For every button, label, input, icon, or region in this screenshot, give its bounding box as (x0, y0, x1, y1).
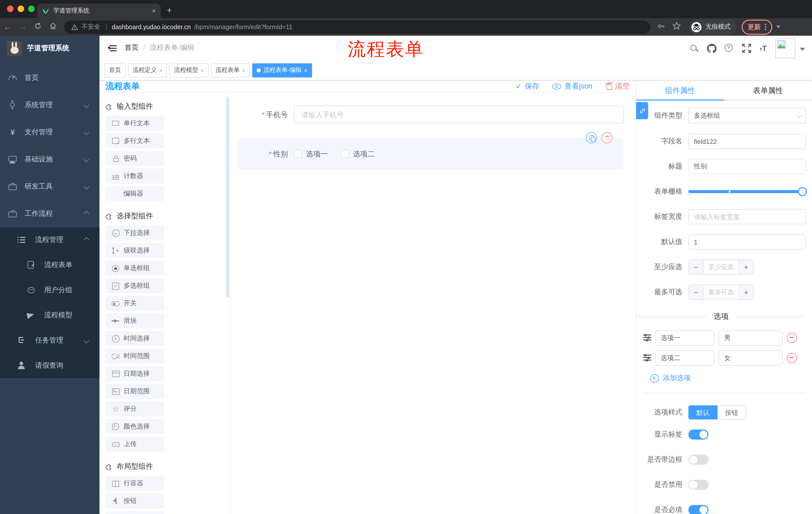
field-name-input[interactable] (688, 134, 806, 149)
mac-zoom-button[interactable] (28, 5, 35, 12)
border-toggle[interactable] (688, 455, 708, 465)
palette-item-rate[interactable]: ☆评分 (106, 401, 164, 416)
sidebar-item-system[interactable]: 系统管理 (0, 91, 99, 119)
view-json-button[interactable]: 查看json (552, 81, 592, 91)
delete-component-button[interactable] (602, 132, 612, 143)
clear-button[interactable]: 清空 (606, 81, 630, 91)
canvas-field-gender-selected[interactable]: *性别 选项一 选项二 (238, 138, 624, 170)
palette-scrollbar[interactable] (226, 97, 229, 298)
palette-item-time-picker[interactable]: 时间选择 (106, 331, 164, 346)
phone-input[interactable] (294, 106, 624, 124)
remove-option-button[interactable] (787, 333, 797, 343)
save-button[interactable]: ✓保存 (516, 81, 540, 91)
palette-item-color-picker[interactable]: 颜色选择 (106, 419, 164, 434)
palette-item-editor[interactable]: 编辑器 (106, 186, 164, 201)
show-label-toggle[interactable] (688, 430, 708, 439)
gender-checkbox-option2[interactable]: 选项二 (341, 149, 375, 159)
tag-process-model[interactable]: 流程模型× (170, 63, 208, 77)
palette-item-password[interactable]: 密码 (106, 151, 164, 166)
canvas-field-phone[interactable]: *手机号 (238, 106, 624, 124)
tag-process-definition[interactable]: 流程定义× (128, 63, 167, 77)
add-option-button[interactable]: 添加选项 (650, 374, 806, 383)
tag-process-form-edit[interactable]: 流程表单-编辑× (253, 63, 312, 77)
palette-item-button[interactable]: 按钮 (106, 493, 164, 509)
tab-component-props[interactable]: 组件属性 (636, 80, 724, 101)
style-default-button[interactable]: 默认 (688, 405, 718, 420)
stepper-decrease-button[interactable]: − (689, 260, 703, 274)
tag-home[interactable]: 首页 (105, 63, 126, 77)
palette-item-date-picker[interactable]: 日期选择 (106, 366, 164, 381)
drag-handle-icon[interactable] (643, 355, 651, 361)
tag-close-icon[interactable]: × (201, 67, 204, 73)
mac-minimize-button[interactable] (18, 5, 24, 12)
sidebar-logo[interactable]: 芋道管理系统 (0, 36, 99, 60)
required-toggle[interactable] (688, 505, 708, 514)
component-type-select[interactable]: 多选框组 (688, 108, 806, 124)
password-key-icon[interactable] (657, 22, 665, 32)
mac-close-button[interactable] (7, 5, 13, 12)
new-tab-button[interactable]: + (167, 4, 172, 17)
min-select-input[interactable] (703, 260, 738, 274)
default-value-input[interactable] (688, 234, 806, 249)
tag-close-icon[interactable]: × (304, 67, 308, 73)
option1-value-input[interactable] (719, 330, 783, 346)
stepper-increase-button[interactable]: + (738, 285, 753, 299)
sidebar-item-user-group[interactable]: 用户分组 (0, 278, 99, 303)
search-icon[interactable] (689, 44, 698, 53)
update-button[interactable]: 更新 (742, 19, 772, 34)
option1-label-input[interactable] (655, 330, 715, 346)
palette-item-upload[interactable]: 上传 (106, 437, 164, 452)
forward-icon[interactable]: → (15, 22, 30, 31)
slider-handle[interactable] (798, 187, 807, 196)
stepper-decrease-button[interactable]: − (689, 285, 703, 299)
slider-track[interactable] (688, 190, 806, 193)
address-bar[interactable]: 不安全 dashboard.yudao.iocoder.cn/bpm/manag… (64, 20, 650, 33)
palette-item-date-range[interactable]: 日期范围 (106, 384, 164, 399)
hamburger-icon[interactable] (108, 44, 117, 52)
tag-close-icon[interactable]: × (159, 67, 163, 73)
sidebar-item-task-mgmt[interactable]: 任务管理 (0, 328, 99, 353)
palette-item-single-text[interactable]: 单行文本 (106, 116, 164, 131)
sidebar-item-leave-query[interactable]: 请假查询 (0, 353, 99, 378)
duplicate-component-button[interactable] (586, 132, 597, 143)
sidebar-item-process-mgmt[interactable]: 流程管理 (0, 227, 99, 252)
remove-option-button[interactable] (787, 353, 797, 363)
github-icon[interactable] (707, 44, 716, 53)
palette-item-table[interactable]: 表格[开发中] (106, 511, 164, 514)
sidebar-item-payment[interactable]: ¥支付管理 (0, 119, 99, 146)
palette-item-counter[interactable]: 123计数器 (106, 168, 164, 184)
font-size-icon[interactable]: тT (760, 44, 767, 52)
security-label[interactable]: 不安全 (81, 23, 100, 31)
palette-item-radio-group[interactable]: 单选框组 (106, 261, 164, 276)
gender-checkbox-option1[interactable]: 选项一 (294, 149, 328, 159)
drag-handle-icon[interactable] (643, 334, 651, 342)
help-icon[interactable] (725, 44, 734, 53)
palette-item-cascader[interactable]: 级联选择 (106, 243, 164, 258)
avatar-caret-icon[interactable] (800, 48, 805, 53)
tab-close-icon[interactable]: × (152, 7, 156, 15)
palette-item-time-range[interactable]: 时间范围 (106, 349, 164, 363)
sidebar-item-devtools[interactable]: 研发工具 (0, 173, 99, 200)
browser-menu-icon[interactable] (765, 23, 766, 31)
sidebar-item-workflow[interactable]: 工作流程 (0, 200, 99, 227)
stepper-increase-button[interactable]: + (738, 260, 753, 274)
palette-item-switch[interactable]: 开关 (106, 296, 164, 311)
max-select-input[interactable] (703, 285, 738, 299)
palette-item-checkbox-group[interactable]: 多选框组 (106, 278, 164, 293)
form-canvas[interactable]: *手机号 *性别 选项一 选项二 (231, 92, 636, 514)
browser-caret-icon[interactable] (776, 26, 780, 30)
disabled-toggle[interactable] (688, 480, 708, 490)
reload-icon[interactable] (30, 22, 45, 32)
avatar[interactable] (775, 38, 795, 58)
style-button-button[interactable]: 按钮 (718, 405, 746, 420)
option2-value-input[interactable] (719, 351, 783, 366)
palette-item-select[interactable]: 下拉选择 (106, 225, 164, 240)
title-input[interactable] (688, 159, 806, 174)
option2-label-input[interactable] (655, 351, 715, 366)
link-drawer-handle[interactable] (636, 102, 648, 119)
tab-form-props[interactable]: 表单属性 (724, 80, 812, 101)
browser-tab[interactable]: 芋道管理系统 × (37, 3, 161, 18)
fullscreen-icon[interactable] (742, 44, 751, 53)
home-icon[interactable] (45, 22, 60, 32)
palette-item-row-container[interactable]: 行容器 (106, 476, 164, 491)
